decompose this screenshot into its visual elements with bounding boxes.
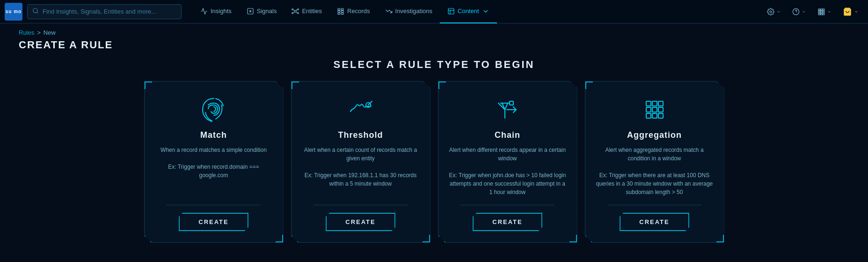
- nav-item-records[interactable]: Records: [329, 0, 377, 23]
- svg-point-23: [770, 11, 772, 13]
- match-rule-name: Match: [200, 130, 227, 140]
- investigations-icon: [385, 7, 393, 15]
- rule-card-aggregation: Aggregation Alert when aggregated record…: [585, 81, 724, 243]
- svg-rect-19: [341, 13, 343, 14]
- match-rule-desc: When a record matches a simple condition…: [155, 146, 273, 196]
- chain-create-button[interactable]: CREATE: [473, 213, 542, 231]
- global-search[interactable]: Find Insights, Signals, Entities and mor…: [27, 4, 182, 19]
- svg-rect-33: [821, 13, 822, 15]
- main-content: SELECT A RULE TYPE TO BEGIN: [0, 59, 868, 243]
- svg-rect-26: [818, 9, 820, 10]
- svg-rect-42: [658, 101, 663, 106]
- match-create-button[interactable]: CREATE: [179, 213, 248, 231]
- nav-item-signals[interactable]: Signals: [239, 0, 284, 23]
- breadcrumb-current: New: [44, 29, 56, 36]
- cart-icon: [843, 7, 852, 16]
- svg-rect-47: [652, 113, 657, 118]
- chevron-down-icon-settings: [776, 9, 781, 14]
- entities-icon: [292, 7, 299, 15]
- chevron-down-icon-apps: [827, 9, 832, 14]
- svg-rect-34: [823, 13, 824, 15]
- threshold-rule-name: Threshold: [338, 130, 383, 140]
- help-icon: [792, 8, 800, 15]
- breadcrumb-separator: >: [37, 29, 41, 36]
- aggregation-create-button[interactable]: CREATE: [620, 213, 689, 231]
- nav-right-controls: [762, 0, 863, 23]
- nav-menu: Insights Signals Entities Records Invest…: [193, 0, 760, 23]
- fingerprint-icon: [199, 95, 229, 125]
- svg-rect-41: [652, 101, 657, 106]
- records-icon: [337, 7, 344, 15]
- search-placeholder-text: Find Insights, Signals, Entities and mor…: [43, 8, 156, 15]
- svg-point-8: [292, 12, 293, 14]
- svg-rect-39: [510, 101, 513, 105]
- svg-rect-16: [338, 10, 340, 12]
- svg-rect-45: [658, 107, 663, 112]
- chevron-down-icon-cart: [854, 9, 859, 14]
- svg-rect-46: [646, 113, 651, 118]
- signals-icon: [247, 7, 254, 15]
- svg-rect-31: [823, 11, 824, 12]
- settings-button[interactable]: [762, 0, 786, 23]
- chain-rule-desc: Alert when different records appear in a…: [449, 146, 567, 196]
- svg-line-13: [296, 12, 298, 13]
- svg-rect-14: [338, 8, 340, 10]
- svg-line-12: [293, 12, 295, 13]
- threshold-icon: [346, 95, 376, 125]
- search-icon: [32, 7, 39, 15]
- rule-card-chain: Chain Alert when different records appea…: [438, 81, 577, 243]
- chain-rule-name: Chain: [495, 130, 520, 140]
- aggregation-rule-desc: Alert when aggregated records match a co…: [596, 146, 714, 196]
- svg-line-11: [296, 9, 298, 11]
- svg-rect-48: [658, 113, 663, 118]
- threshold-create-button[interactable]: CREATE: [326, 213, 395, 231]
- chevron-down-icon-help: [802, 9, 806, 14]
- help-button[interactable]: [788, 0, 811, 23]
- svg-point-0: [33, 8, 37, 13]
- svg-point-9: [298, 12, 299, 14]
- svg-rect-20: [448, 8, 454, 14]
- svg-rect-30: [821, 11, 822, 12]
- svg-rect-44: [652, 107, 657, 112]
- nav-item-content[interactable]: Content: [440, 0, 497, 23]
- svg-point-6: [292, 8, 293, 10]
- nav-item-investigations[interactable]: Investigations: [378, 0, 440, 23]
- chain-icon: [493, 95, 523, 125]
- svg-rect-18: [338, 13, 340, 14]
- section-title: SELECT A RULE TYPE TO BEGIN: [14, 59, 854, 71]
- chevron-down-icon: [482, 7, 489, 15]
- rule-card-match: Match When a record matches a simple con…: [144, 81, 284, 243]
- svg-rect-17: [341, 10, 343, 12]
- svg-line-10: [293, 9, 295, 11]
- svg-rect-15: [341, 8, 343, 10]
- svg-rect-29: [818, 11, 820, 12]
- svg-rect-27: [821, 9, 822, 10]
- svg-point-7: [298, 8, 299, 10]
- svg-rect-28: [823, 9, 824, 10]
- nav-item-entities[interactable]: Entities: [284, 0, 329, 23]
- rule-types-grid: Match When a record matches a simple con…: [14, 81, 854, 243]
- aggregation-icon: [640, 95, 670, 125]
- cart-button[interactable]: [838, 0, 863, 23]
- threshold-rule-desc: Alert when a certain count of records ma…: [302, 146, 420, 196]
- aggregation-rule-name: Aggregation: [627, 130, 682, 140]
- content-icon: [447, 7, 455, 15]
- svg-line-1: [37, 12, 38, 14]
- gear-icon: [767, 8, 774, 15]
- rule-card-threshold: Threshold Alert when a certain count of …: [291, 81, 430, 243]
- svg-rect-40: [646, 101, 651, 106]
- svg-rect-32: [818, 13, 820, 15]
- insights-icon: [200, 7, 208, 15]
- breadcrumb-rules-link[interactable]: Rules: [19, 29, 34, 36]
- breadcrumb: Rules > New: [0, 23, 868, 38]
- top-navigation: su mo Find Insights, Signals, Entities a…: [0, 0, 868, 23]
- grid-icon: [817, 8, 825, 15]
- svg-rect-43: [646, 107, 651, 112]
- nav-item-insights[interactable]: Insights: [193, 0, 239, 23]
- app-logo[interactable]: su mo: [5, 3, 22, 21]
- apps-button[interactable]: [813, 0, 836, 23]
- svg-point-24: [793, 8, 799, 15]
- page-title: CREATE A RULE: [0, 38, 868, 59]
